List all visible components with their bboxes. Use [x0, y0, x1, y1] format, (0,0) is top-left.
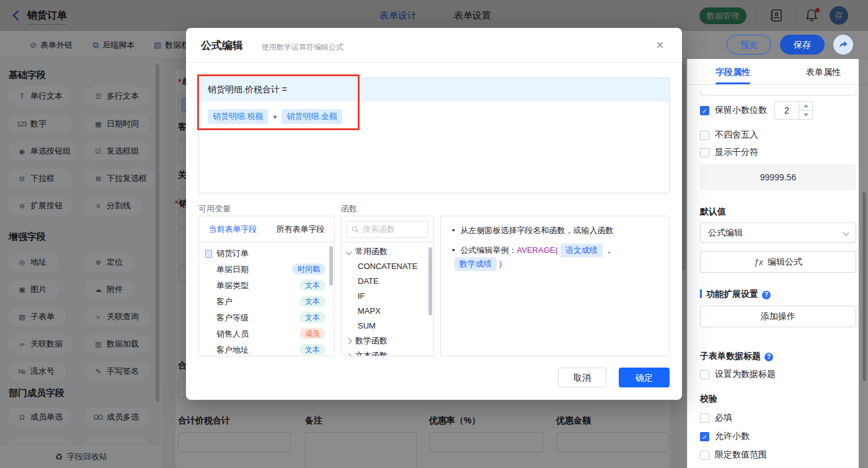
function-name: DATE — [358, 276, 379, 286]
add-action-button[interactable]: 添加操作 — [700, 306, 856, 327]
tree-root-form[interactable]: 销货订单 — [199, 245, 334, 262]
functions-panel: 搜索函数 常用函数 CONCATENATE DATE IF MAPX SUM 数… — [341, 216, 434, 356]
set-data-title-row: 设置为数据标题 — [700, 369, 776, 380]
function-item[interactable]: DATE — [342, 274, 433, 289]
variable-item[interactable]: 客户地址文本 — [199, 342, 334, 356]
tab-field-properties[interactable]: 字段属性 — [688, 59, 778, 84]
share-button[interactable] — [833, 35, 853, 55]
variable-item[interactable]: 客户文本 — [199, 294, 334, 310]
question-icon[interactable]: ? — [762, 291, 771, 299]
tab-form-properties[interactable]: 表单属性 — [778, 59, 868, 84]
chevron-down-icon — [346, 249, 352, 255]
allow-decimal-label: 允许小数 — [715, 431, 750, 442]
annotation-highlight-box — [197, 74, 360, 130]
allow-decimal-checkbox[interactable] — [700, 432, 709, 441]
functions-scrollbar[interactable] — [428, 247, 432, 316]
no-rounding-label: 不四舍五入 — [715, 130, 758, 141]
function-item[interactable]: MAPX — [342, 304, 433, 319]
confirm-button[interactable]: 确定 — [619, 368, 670, 387]
extension-settings-title: 功能扩展设置? — [700, 288, 771, 300]
function-name: MAPX — [358, 306, 381, 316]
chevron-right-icon — [346, 353, 352, 356]
required-label: 必填 — [715, 412, 732, 423]
type-badge: 文本 — [299, 344, 326, 355]
set-data-title-checkbox[interactable] — [700, 370, 709, 379]
arrow-down-icon — [804, 113, 808, 117]
decimal-places-input[interactable]: 2 — [774, 101, 799, 120]
modal-header-divider — [186, 62, 682, 63]
variable-item[interactable]: 客户等级文本 — [199, 310, 334, 326]
variable-name: 销售人员 — [216, 329, 249, 338]
toolbar-actions: 预览 保存 — [719, 32, 868, 59]
variable-item[interactable]: 销售人员成员 — [199, 326, 334, 342]
no-rounding-checkbox[interactable] — [700, 131, 709, 140]
edit-formula-button[interactable]: ƒx 编辑公式 — [700, 251, 856, 273]
tip-line-1: 从左侧面板选择字段名和函数，或输入函数 — [452, 224, 658, 237]
tip-text: 从左侧面板选择字段名和函数，或输入函数 — [461, 224, 614, 237]
limit-range-row: 限定数值范围 — [700, 449, 767, 461]
group-label: 常用函数 — [355, 244, 388, 259]
type-badge: 文本 — [299, 296, 326, 307]
stepper-up[interactable] — [799, 102, 812, 111]
function-group-common[interactable]: 常用函数 — [342, 244, 433, 259]
function-name: SUM — [358, 321, 376, 330]
formula-tips-panel: 从左侧面板选择字段名和函数，或输入函数 公式编辑举例： AVERAGE( 语文成… — [440, 216, 670, 356]
properties-panel: 字段属性 表单属性 保留小数位数 2 不四舍五入 显示千分符 99999.56 … — [687, 59, 868, 468]
validation-title: 校验 — [700, 394, 717, 405]
thousand-separator-label: 显示千分符 — [715, 147, 758, 158]
stepper-down[interactable] — [799, 111, 812, 120]
function-name: IF — [358, 291, 365, 301]
variable-name: 客户 — [216, 297, 232, 306]
limit-range-label: 限定数值范围 — [715, 449, 767, 461]
cancel-button[interactable]: 取消 — [558, 368, 606, 387]
variables-tabs: 当前表单字段 所有表单字段 — [199, 216, 334, 242]
fn-open: AVERAGE( — [517, 244, 558, 257]
default-value-select[interactable]: 公式编辑 — [700, 223, 856, 243]
function-item[interactable]: CONCATENATE — [342, 259, 433, 274]
panel-edge-dim — [859, 59, 868, 468]
extension-title-text: 功能扩展设置 — [706, 289, 758, 299]
search-icon — [352, 226, 359, 233]
function-group-text[interactable]: 文本函数 — [342, 348, 433, 356]
properties-tabs: 字段属性 表单属性 — [688, 59, 868, 85]
close-icon[interactable]: × — [656, 39, 664, 51]
functions-label: 函数 — [341, 203, 357, 214]
required-row: 必填 — [700, 412, 732, 423]
variable-item[interactable]: 单据日期时间戳 — [199, 262, 334, 278]
type-badge: 时间戳 — [292, 263, 326, 275]
search-placeholder: 搜索函数 — [363, 224, 395, 235]
no-rounding-row: 不四舍五入 — [700, 130, 758, 141]
variable-name: 单据类型 — [216, 281, 249, 290]
variable-item[interactable]: 单据类型文本 — [199, 278, 334, 294]
limit-range-checkbox[interactable] — [700, 451, 709, 460]
function-item[interactable]: SUM — [342, 319, 433, 333]
variables-label: 可用变量 — [198, 203, 231, 214]
tab-all-form-fields[interactable]: 所有表单字段 — [267, 224, 334, 235]
function-name: CONCATENATE — [358, 262, 417, 271]
tab-current-form-fields[interactable]: 当前表单字段 — [199, 224, 267, 235]
example-chip: 数学成绩 — [454, 257, 497, 271]
variable-name: 单据日期 — [216, 265, 249, 274]
preview-button[interactable]: 预览 — [727, 35, 771, 55]
subform-data-title-section: 子表单数据标题? — [700, 350, 773, 362]
arrow-up-icon — [804, 104, 808, 107]
function-group-math[interactable]: 数学函数 — [342, 333, 433, 348]
variables-panel: 当前表单字段 所有表单字段 销货订单 单据日期时间戳 单据类型文本 客户文本 客… — [198, 216, 335, 356]
share-arrow-icon — [838, 40, 848, 50]
decimal-places-checkbox[interactable] — [700, 106, 709, 115]
modal-subtitle: 使用数学运算符编辑公式 — [262, 42, 343, 53]
question-icon[interactable]: ? — [764, 353, 773, 361]
chevron-down-icon — [843, 230, 849, 236]
allow-decimal-row: 允许小数 — [700, 431, 750, 442]
required-checkbox[interactable] — [700, 413, 709, 423]
subform-title-text: 子表单数据标题 — [700, 351, 761, 361]
function-search-row: 搜索函数 — [342, 216, 433, 242]
thousand-separator-checkbox[interactable] — [700, 148, 709, 157]
function-search-input[interactable]: 搜索函数 — [347, 221, 428, 238]
save-button[interactable]: 保存 — [780, 35, 825, 55]
function-item[interactable]: IF — [342, 289, 433, 304]
quantity-stepper[interactable] — [799, 101, 813, 120]
group-label: 文本函数 — [355, 348, 388, 356]
default-value-title: 默认值 — [700, 206, 726, 218]
variables-scrollbar[interactable] — [329, 246, 333, 286]
